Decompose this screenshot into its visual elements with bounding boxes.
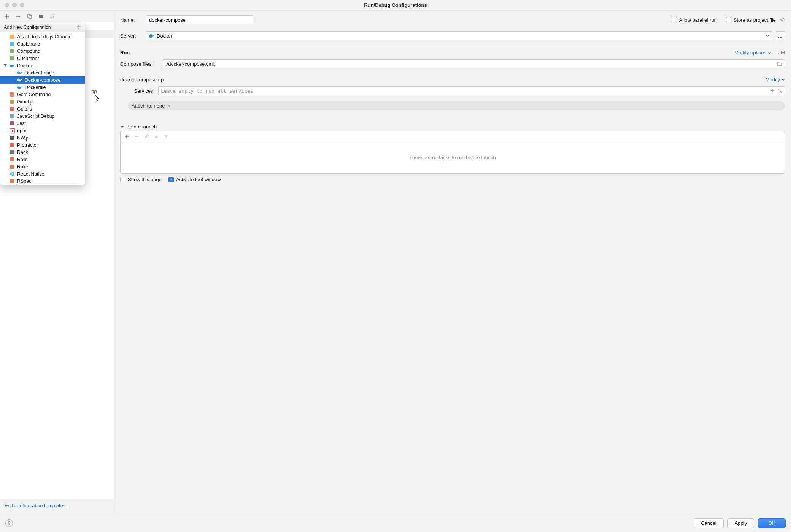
config-tree-area: pp Add New Configuration Attach to Node.… — [0, 22, 114, 499]
bl-add-icon[interactable] — [124, 134, 129, 139]
cancel-button[interactable]: Cancel — [694, 518, 723, 528]
compose-row: Compose files: ./docker-compose.yml; — [120, 59, 785, 68]
bl-down-icon[interactable] — [164, 135, 168, 138]
capistrano-icon — [9, 41, 15, 47]
svg-rect-44 — [151, 34, 152, 35]
config-type-docker-image[interactable]: Docker Image — [0, 69, 85, 76]
rails-icon — [9, 157, 15, 162]
popup-list[interactable]: Attach to Node.js/ChromeCapistranoCompou… — [0, 32, 85, 185]
svg-rect-29 — [10, 136, 14, 140]
store-project-checkbox[interactable]: Store as project file — [726, 17, 776, 23]
config-type-label: NW.js — [17, 135, 30, 141]
config-type-gem-command[interactable]: Gem Command — [0, 91, 85, 98]
config-type-rspec[interactable]: RSpec — [0, 177, 85, 185]
triangle-down-icon — [120, 126, 124, 128]
config-type-label: RSpec — [17, 179, 32, 184]
config-type-label: Rack — [17, 150, 28, 155]
save-config-icon[interactable] — [38, 13, 44, 19]
name-input[interactable] — [146, 15, 253, 24]
config-type-rake[interactable]: Rake — [0, 163, 85, 170]
apply-button[interactable]: Apply — [727, 518, 754, 528]
show-page-input[interactable] — [120, 177, 125, 182]
before-launch-checks: Show this page Activate tool window — [120, 177, 785, 182]
window-max-dot[interactable] — [20, 3, 24, 7]
server-ellipsis-button[interactable]: … — [776, 31, 785, 40]
config-type-label: Docker-compose — [25, 78, 60, 83]
config-type-dockerfile[interactable]: Dockerfile — [0, 84, 85, 91]
config-type-rack[interactable]: Rack — [0, 149, 85, 156]
modify-options-label: Modify options — [734, 50, 766, 55]
right-panel: Name: Allow parallel run Store as projec… — [114, 11, 791, 514]
attach-chip[interactable]: Attach to: none ✕ — [128, 101, 785, 110]
config-type-docker-compose[interactable]: Docker-compose — [0, 76, 85, 84]
window-title: Run/Debug Configurations — [364, 2, 427, 8]
sort-config-icon[interactable] — [49, 13, 56, 19]
svg-rect-23 — [10, 100, 14, 104]
remove-chip-icon[interactable]: ✕ — [167, 103, 171, 109]
modify-link[interactable]: Modify — [766, 77, 785, 82]
config-type-label: Docker — [17, 63, 32, 68]
svg-rect-26 — [10, 121, 14, 125]
window-close-dot[interactable] — [5, 3, 9, 7]
node-chrome-icon — [9, 34, 15, 40]
config-type-nw-js[interactable]: NW.js — [0, 134, 85, 141]
config-type-docker[interactable]: Docker — [0, 62, 85, 69]
mouse-cursor-icon — [94, 95, 100, 102]
config-type-attach-to-node-js-chrome[interactable]: Attach to Node.js/Chrome — [0, 33, 85, 40]
modify-label: Modify — [766, 77, 780, 82]
edit-templates-link[interactable]: Edit configuration templates… — [5, 503, 70, 508]
allow-parallel-checkbox[interactable]: Allow parallel run — [672, 17, 717, 23]
svg-rect-25 — [10, 114, 14, 118]
popup-header: Add New Configuration — [0, 22, 85, 32]
window-min-dot[interactable] — [12, 3, 17, 7]
svg-rect-40 — [149, 35, 150, 36]
store-project-input[interactable] — [726, 17, 731, 22]
add-config-icon[interactable] — [4, 13, 10, 19]
gear-icon[interactable] — [780, 17, 785, 22]
bl-remove-icon[interactable] — [134, 134, 139, 139]
docker-icon — [149, 33, 154, 38]
server-combo[interactable]: Docker — [146, 31, 772, 40]
config-type-javascript-debug[interactable]: JavaScript Debug — [0, 112, 85, 120]
add-service-icon[interactable] — [770, 89, 775, 93]
config-type-react-native[interactable]: React Native — [0, 170, 85, 177]
svg-rect-41 — [150, 35, 151, 36]
config-type-label: Jest — [17, 121, 26, 126]
config-type-grunt-js[interactable]: Grunt.js — [0, 98, 85, 105]
allow-parallel-input[interactable] — [672, 17, 677, 22]
expand-services-icon[interactable] — [778, 89, 782, 93]
config-type-protractor[interactable]: Protractor — [0, 141, 85, 149]
config-type-capistrano[interactable]: Capistrano — [0, 40, 85, 48]
bl-up-icon[interactable] — [154, 135, 159, 138]
config-type-gulp-js[interactable]: Gulp.js — [0, 105, 85, 112]
copy-config-icon[interactable] — [27, 13, 33, 19]
activate-tool-input[interactable] — [168, 177, 174, 182]
config-type-cucumber[interactable]: Cucumber — [0, 55, 85, 62]
before-launch-toolbar — [121, 131, 785, 141]
modify-options-link[interactable]: Modify options — [734, 50, 771, 55]
config-type-label: Cucumber — [17, 56, 39, 61]
remove-config-icon[interactable] — [15, 13, 21, 19]
config-type-label: Gem Command — [17, 92, 51, 97]
left-panel: pp Add New Configuration Attach to Node.… — [0, 11, 114, 514]
config-type-rails[interactable]: Rails — [0, 156, 85, 163]
cucumber-icon — [9, 55, 15, 61]
activate-tool-checkbox[interactable]: Activate tool window — [168, 177, 221, 182]
config-type-jest[interactable]: Jest — [0, 120, 85, 127]
services-input[interactable]: Leave empty to run all services — [158, 86, 785, 95]
compose-files-field[interactable]: ./docker-compose.yml; — [163, 59, 785, 68]
help-icon[interactable]: ? — [5, 519, 13, 527]
config-type-compound[interactable]: Compound — [0, 48, 85, 55]
svg-rect-17 — [18, 78, 19, 79]
rspec-icon — [9, 178, 15, 184]
bl-edit-icon[interactable] — [144, 134, 149, 139]
before-launch-header[interactable]: Before launch — [120, 124, 785, 130]
config-type-label: npm — [17, 128, 26, 133]
folder-icon[interactable] — [777, 62, 782, 66]
svg-rect-2 — [10, 35, 14, 39]
config-type-npm[interactable]: npm — [0, 127, 85, 134]
ok-button[interactable]: OK — [758, 518, 786, 528]
config-type-label: JavaScript Debug — [17, 114, 55, 119]
popup-pin-icon[interactable] — [76, 25, 81, 30]
show-page-checkbox[interactable]: Show this page — [120, 177, 162, 182]
